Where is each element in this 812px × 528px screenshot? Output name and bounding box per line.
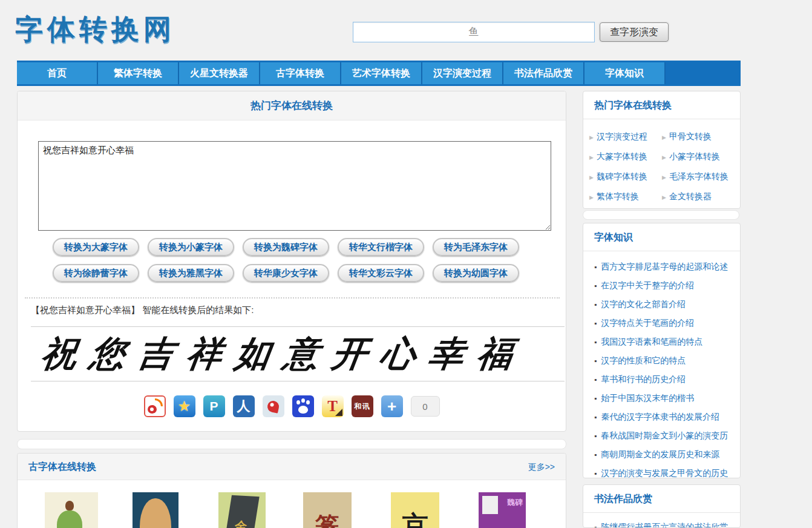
paw-toe-shape — [301, 398, 305, 403]
figure-head-shape — [65, 501, 74, 510]
ancient-section-title: 古字体在线转换 — [28, 454, 96, 480]
renren-share-icon[interactable]: 人 — [233, 395, 255, 417]
nav-item-art-font[interactable]: 艺术字体转换 — [341, 62, 422, 84]
knowledge-item: ▪我国汉字语素和笔画的特点 — [594, 332, 740, 351]
share-bar: ★ P 人 T 和讯 + 0 — [18, 395, 566, 417]
knowledge-link[interactable]: 草书和行书的历史介绍 — [601, 374, 686, 384]
tencent-bird-shape — [266, 400, 280, 414]
convert-xiaozhuan-button[interactable]: 转换为小篆字体 — [148, 238, 234, 256]
convert-xujinglei-button[interactable]: 转为徐静蕾字体 — [53, 264, 139, 282]
thumbnail-weibei-cover[interactable]: 魏碑 ▓▓▓▓▓ ▓▓▓▓ — [479, 492, 526, 528]
knowledge-link[interactable]: 始于中国东汉末年的楷书 — [601, 393, 694, 403]
nav-item-font-knowledge[interactable]: 字体知识 — [584, 62, 666, 84]
nav-item-traditional[interactable]: 繁体字转换 — [98, 62, 179, 84]
tencent-weibo-glyph: P — [209, 399, 218, 414]
tencent-friend-share-icon[interactable] — [263, 395, 284, 417]
knowledge-link[interactable]: 秦代的汉字字体隶书的发展介绍 — [601, 412, 719, 421]
nav-item-huoxingwen[interactable]: 火星文转换器 — [179, 62, 260, 84]
ancient-thumbnails: 金 篆 京 魏碑 ▓▓▓▓▓ ▓▓▓▓ — [18, 492, 566, 528]
bullet-icon: ▪ — [594, 450, 597, 459]
convert-dazhuan-button[interactable]: 转换为大篆字体 — [53, 238, 139, 256]
knowledge-link[interactable]: 在汉字中关于整字的介绍 — [601, 280, 694, 290]
plus-glyph: + — [387, 397, 396, 416]
sidebar-link-fanti[interactable]: ▶繁体字转换 — [589, 186, 662, 206]
more-share-icon[interactable]: + — [381, 395, 403, 417]
hexun-weibo-share-icon[interactable]: 和讯 — [352, 395, 373, 417]
converter-title: 热门字体在线转换 — [18, 91, 566, 120]
convert-youyuan-button[interactable]: 转换为幼圆字体 — [433, 264, 519, 282]
ancient-fonts-panel: 古字体在线转换 更多>> 金 篆 京 魏碑 ▓▓▓▓▓ ▓▓▓▓ — [17, 453, 566, 528]
thumbnail-oracle-shell[interactable] — [133, 492, 178, 528]
nav-item-hanzi-evolution[interactable]: 汉字演变过程 — [422, 62, 503, 84]
convert-yahei-button[interactable]: 转换为雅黑字体 — [148, 264, 234, 282]
calligraphy-result-text: 祝您吉祥如意开心幸福 — [31, 331, 529, 378]
knowledge-item: ▪西方文字腓尼基字母的起源和论述 — [594, 257, 740, 276]
sidebar-link-weibei[interactable]: ▶魏碑字体转换 — [589, 167, 662, 186]
glyph-search-input[interactable] — [353, 22, 595, 42]
link-label: 魏碑字体转换 — [597, 171, 647, 181]
bullet-icon: ▪ — [594, 263, 597, 271]
thumbnail-oracle-figure[interactable] — [45, 492, 98, 528]
thumbnail-xiaozhuan-seal[interactable]: 京 — [391, 492, 439, 528]
link-label: 大篆字体转换 — [597, 151, 647, 161]
weibo-signal-shape — [155, 398, 163, 406]
tencent-weibo-share-icon[interactable]: P — [203, 395, 225, 417]
sidebar-link-jiaguwen[interactable]: ▶甲骨文转换 — [662, 127, 735, 147]
knowledge-link[interactable]: 春秋战国时期金文到小篆的演变历 — [601, 431, 728, 440]
knowledge-link[interactable]: 我国汉字语素和笔画的特点 — [601, 337, 702, 346]
bullet-icon: ▪ — [594, 282, 597, 290]
knowledge-item: ▪汉字的文化之部首介绍 — [594, 295, 740, 314]
sidebar-spacer-strip — [583, 210, 739, 220]
main-nav: 首页 繁体字转换 火星文转换器 古字体转换 艺术字体转换 汉字演变过程 书法作品… — [17, 61, 741, 86]
sidebar-calligraphy-title: 书法作品欣赏 — [583, 485, 740, 513]
link-label: 毛泽东字体转换 — [669, 171, 729, 181]
paw-pad-shape — [298, 406, 308, 414]
knowledge-link[interactable]: 商朝周期金文的发展历史和来源 — [601, 449, 719, 459]
knowledge-link[interactable]: 汉字的文化之部首介绍 — [601, 299, 686, 309]
bullet-icon: ▪ — [594, 432, 597, 440]
arrow-icon: ▶ — [662, 154, 666, 160]
knowledge-item: ▪商朝周期金文的发展历史和来源 — [594, 445, 740, 464]
nav-item-calligraphy-works[interactable]: 书法作品欣赏 — [503, 62, 584, 84]
convert-text-input[interactable]: 祝您吉祥如意开心幸福 — [38, 141, 551, 231]
sidebar-link-jinwen[interactable]: ▶金文转换器 — [662, 186, 735, 206]
thumbnail-jinwen-stone[interactable]: 金 — [218, 492, 266, 528]
convert-shaonv-button[interactable]: 转华康少女字体 — [243, 264, 329, 282]
knowledge-link[interactable]: 西方文字腓尼基字母的起源和论述 — [601, 262, 728, 271]
knowledge-link[interactable]: 汉字的演变与发展之甲骨文的历史 — [601, 468, 728, 478]
bullet-icon: ▪ — [594, 319, 597, 328]
nav-item-ancient-font[interactable]: 古字体转换 — [260, 62, 341, 84]
qzone-share-icon[interactable]: ★ — [174, 395, 195, 417]
sina-weibo-share-icon[interactable] — [144, 395, 166, 417]
convert-caiyun-button[interactable]: 转华文彩云字体 — [338, 264, 424, 282]
qq-bookmark-share-icon[interactable]: T — [322, 395, 344, 417]
site-logo[interactable]: 字体转换网 — [15, 11, 175, 48]
weibo-eye-shape — [148, 405, 157, 414]
sidebar-calligraphy-works: 书法作品欣赏 ▪陈继儒行书册页六言诗的书法欣赏 — [583, 484, 741, 528]
convert-maozedong-button[interactable]: 转为毛泽东字体 — [433, 238, 519, 256]
sidebar-link-maozedong[interactable]: ▶毛泽东字体转换 — [662, 167, 735, 186]
convert-weibei-button[interactable]: 转换为魏碑字体 — [243, 238, 329, 256]
knowledge-link[interactable]: 汉字特点关于笔画的介绍 — [601, 318, 694, 328]
knowledge-item: ▪秦代的汉字字体隶书的发展介绍 — [594, 408, 740, 426]
search-glyph-evolution-button[interactable]: 查字形演变 — [600, 22, 669, 42]
cover-tag-shape — [482, 496, 498, 514]
knowledge-item: ▪春秋战国时期金文到小篆的演变历 — [594, 426, 740, 445]
seal-glyph: 京 — [402, 508, 428, 528]
cover-title-glyph: 魏碑 — [507, 497, 523, 508]
spacer-strip — [17, 439, 566, 449]
thumbnail-dazhuan-bamboo[interactable]: 篆 — [303, 492, 352, 528]
bullet-icon: ▪ — [594, 357, 597, 365]
baidu-tieba-share-icon[interactable] — [292, 395, 314, 417]
knowledge-link[interactable]: 汉字的性质和它的特点 — [601, 355, 686, 365]
bullet-icon: ▪ — [594, 300, 597, 309]
sidebar-link-hanzi-evolution[interactable]: ▶汉字演变过程 — [589, 127, 662, 147]
bullet-icon: ▪ — [594, 338, 597, 346]
convert-xingkai-button[interactable]: 转华文行楷字体 — [338, 238, 424, 256]
nav-item-home[interactable]: 首页 — [17, 62, 98, 84]
sidebar-link-dazhuan[interactable]: ▶大篆字体转换 — [589, 147, 662, 167]
figure-body-shape — [57, 510, 82, 528]
sidebar-link-xiaozhuan[interactable]: ▶小篆字体转换 — [662, 147, 735, 167]
more-link[interactable]: 更多>> — [528, 454, 555, 480]
calligraphy-link[interactable]: 陈继儒行书册页六言诗的书法欣赏 — [601, 522, 728, 528]
